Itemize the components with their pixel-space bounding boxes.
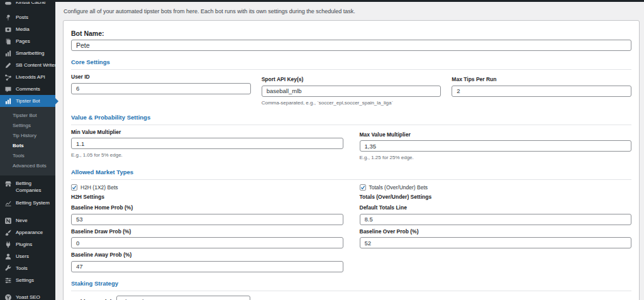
sidebar-item-pages[interactable]: Pages: [0, 35, 55, 47]
max-tips-per-run-input[interactable]: [452, 86, 631, 97]
field-label: Baseline Away Prob (%): [71, 251, 343, 258]
sidebar-item-plugins[interactable]: Plugins: [0, 238, 55, 250]
sidebar-item-label: Neve: [16, 218, 28, 223]
section-divider: [71, 125, 631, 125]
field-label: User ID: [71, 73, 251, 81]
admin-sidebar: Kinsta Cache Posts Media Pages Smartbett…: [0, 0, 55, 300]
bot-settings-card: Bot Name: Core Settings User ID Sport AP…: [63, 20, 640, 300]
field-help: E.g., 1.05 for 5% edge.: [71, 152, 343, 158]
submenu-item-tipster-bot[interactable]: Tipster Bot: [0, 111, 55, 121]
section-divider: [71, 291, 631, 291]
tipster-bot-submenu: Tipster Bot Settings Tip History Bots To…: [0, 107, 55, 175]
sidebar-item-users[interactable]: Users: [0, 250, 55, 262]
sidebar-item-label: Appearance: [16, 230, 43, 235]
h2h-bets-checkbox-row[interactable]: H2H (1X2) Bets: [71, 183, 343, 191]
checkbox-label: Totals (Over/Under) Bets: [369, 184, 428, 191]
sliders-icon: [4, 277, 12, 284]
sidebar-item-label: Liveodds API: [16, 74, 45, 80]
submenu-item-tip-history[interactable]: Tip History: [0, 131, 55, 141]
baseline-over-prob-input[interactable]: [360, 237, 632, 248]
content-area: Configure all of your automated tipster …: [55, 0, 644, 300]
field-label: Baseline Home Prob (%): [71, 204, 343, 211]
baseline-home-prob-input[interactable]: [71, 214, 343, 225]
pages-icon: [4, 38, 12, 45]
submenu-item-bots[interactable]: Bots: [0, 141, 55, 151]
checkbox-label: H2H (1X2) Bets: [80, 184, 118, 191]
section-heading: Value & Probability Settings: [71, 114, 631, 121]
sidebar-item-label: Users: [16, 253, 29, 259]
sidebar-item-label: SB Content Writer: [16, 62, 55, 68]
sidebar-item-settings[interactable]: Settings: [0, 274, 55, 286]
yoast-icon: [4, 294, 12, 300]
sidebar-item-betting-companies[interactable]: Betting Companies: [0, 178, 55, 197]
wrench-icon: [4, 265, 12, 272]
bot-name-input[interactable]: [71, 40, 631, 51]
section-heading: Allowed Market Types: [71, 169, 631, 176]
network-icon: [4, 74, 12, 81]
sidebar-item-label: Plugins: [16, 242, 32, 247]
sidebar-item-neve[interactable]: Neve: [0, 214, 55, 226]
sidebar-item-label: Betting Companies: [16, 180, 47, 194]
user-id-input[interactable]: [71, 83, 251, 94]
section-allowed-market-types: Allowed Market Types H2H (1X2) Bets H2H …: [71, 169, 631, 272]
sidebar-item-label: Media: [16, 26, 30, 32]
field-label: Max Value Multiplier: [360, 131, 632, 138]
chart-bar-icon: [4, 50, 12, 57]
section-value-probability: Value & Probability Settings Min Value M…: [71, 114, 631, 162]
totals-bets-checkbox-row[interactable]: Totals (Over/Under) Bets: [360, 183, 632, 191]
sidebar-item-yoast-seo[interactable]: Yoast SEO: [0, 291, 55, 300]
h2h-bets-checkbox[interactable]: [71, 184, 77, 191]
chart-line-icon: [4, 199, 12, 207]
field-label: Sport API Key(s): [262, 75, 441, 83]
sidebar-item-label: Tipster Bot: [16, 98, 40, 104]
field-label: Baseline Over Prob (%): [360, 228, 632, 235]
checkmark-icon: [360, 185, 365, 190]
submenu-item-advanced-bots[interactable]: Advanced Bots: [0, 161, 55, 171]
checkmark-icon: [72, 185, 77, 190]
section-core-settings: Core Settings User ID Sport API Key(s) C…: [71, 58, 631, 106]
section-heading: Staking Strategy: [71, 280, 631, 287]
plug-icon: [4, 241, 12, 248]
default-totals-line-input[interactable]: [360, 214, 632, 225]
section-divider: [71, 179, 631, 180]
section-staking-strategy: Staking Strategy Staking Model Flat Stak…: [71, 280, 631, 300]
sidebar-item-label: Tools: [16, 265, 28, 271]
sidebar-item-liveodds-api[interactable]: Liveodds API: [0, 71, 55, 83]
sidebar-item-betting-system[interactable]: Betting System: [0, 197, 55, 209]
section-heading: Core Settings: [71, 58, 631, 66]
bot-name-label: Bot Name:: [71, 30, 104, 37]
sidebar-item-label: Yoast SEO: [16, 294, 40, 300]
sidebar-item-comments[interactable]: Comments: [0, 83, 55, 95]
sport-api-keys-input[interactable]: [262, 86, 441, 97]
sidebar-item-posts[interactable]: Posts: [0, 11, 55, 23]
section-divider: [71, 69, 631, 70]
letter-n-icon: [4, 217, 12, 225]
page-intro: Configure all of your automated tipster …: [64, 8, 640, 14]
chart-bar-icon: [4, 97, 12, 105]
store-icon: [4, 180, 12, 187]
submenu-item-settings[interactable]: Settings: [0, 121, 55, 131]
sidebar-item-media[interactable]: Media: [0, 23, 55, 35]
field-label: Min Value Multiplier: [71, 128, 343, 136]
sidebar-item-smartbetting[interactable]: Smartbetting: [0, 47, 55, 59]
pin-icon: [4, 14, 12, 21]
comment-icon: [4, 86, 12, 93]
brush-icon: [4, 229, 12, 236]
sidebar-item-tipster-bot[interactable]: Tipster Bot: [0, 95, 55, 107]
baseline-draw-prob-input[interactable]: [71, 237, 343, 248]
staking-model-select[interactable]: Flat Stake: [116, 296, 250, 300]
submenu-item-tools[interactable]: Tools: [0, 151, 55, 161]
sidebar-item-label: Posts: [16, 14, 28, 20]
field-label: Baseline Draw Prob (%): [71, 228, 343, 235]
sidebar-item-sb-content-writer[interactable]: SB Content Writer: [0, 59, 55, 71]
totals-bets-checkbox[interactable]: [360, 184, 366, 191]
sidebar-item-appearance[interactable]: Appearance: [0, 226, 55, 238]
max-value-multiplier-input[interactable]: [360, 140, 632, 152]
min-value-multiplier-input[interactable]: [71, 138, 343, 149]
totals-settings-subheading: Totals (Over/Under) Settings: [360, 193, 632, 201]
sidebar-item-tools[interactable]: Tools: [0, 262, 55, 274]
user-icon: [4, 253, 12, 260]
baseline-away-prob-input[interactable]: [71, 261, 343, 272]
field-help: Comma-separated, e.g., `soccer_epl,socce…: [262, 99, 441, 106]
field-help: E.g., 1.25 for 25% edge.: [360, 154, 632, 161]
